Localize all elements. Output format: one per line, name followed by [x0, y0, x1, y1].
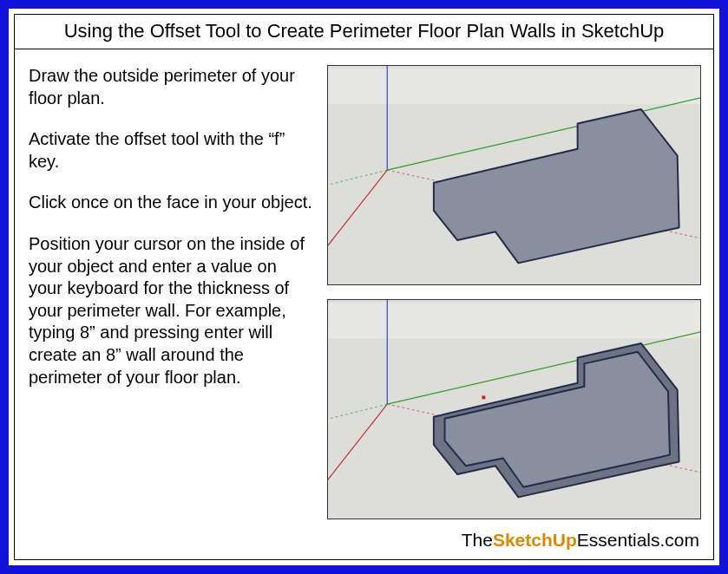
footer-suffix: Essentials.com — [577, 530, 699, 550]
instruction-step-4: Position your cursor on the inside of yo… — [29, 233, 315, 388]
sky-band — [328, 68, 700, 104]
cursor-marker — [482, 395, 485, 399]
instruction-step-3: Click once on the face in your object. — [29, 192, 315, 214]
footer-accent: SketchUp — [493, 530, 577, 550]
sky-band — [328, 303, 700, 338]
outer-border: Using the Offset Tool to Create Perimete… — [0, 0, 728, 574]
instructions-column: Draw the outside perimeter of your floor… — [15, 49, 320, 556]
content-row: Draw the outside perimeter of your floor… — [15, 49, 713, 556]
footer-prefix: The — [462, 530, 493, 550]
illustration-perimeter — [327, 65, 701, 285]
inner-card: Using the Offset Tool to Create Perimete… — [14, 14, 714, 560]
illustrations-column: TheSketchUpEssentials.com — [320, 49, 713, 556]
instruction-step-2: Activate the offset tool with the “f” ke… — [29, 128, 315, 173]
illustration-offset — [327, 299, 701, 519]
footer-attribution: TheSketchUpEssentials.com — [462, 530, 699, 551]
page-title: Using the Offset Tool to Create Perimete… — [15, 15, 713, 49]
instruction-step-1: Draw the outside perimeter of your floor… — [29, 65, 315, 109]
sketchup-viewport-2 — [328, 300, 700, 519]
sketchup-viewport-1 — [328, 66, 700, 284]
